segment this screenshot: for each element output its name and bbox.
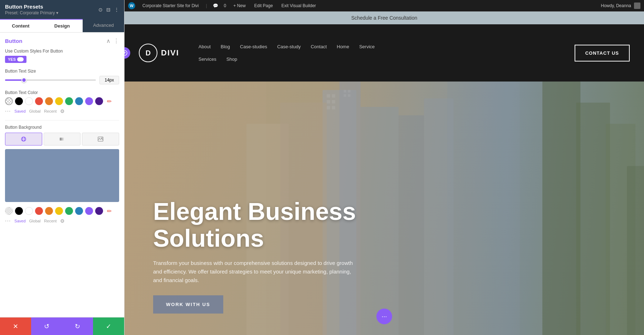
comment-icon: 💬 [213,3,218,8]
site-logo[interactable]: D DIVI [139,44,179,62]
color-pencil-icon[interactable]: ✏ [105,97,113,105]
bg-global-label[interactable]: Global [29,219,41,223]
nav-home[interactable]: Home [332,41,354,52]
bg-color-swatch-yellow[interactable] [55,207,63,215]
color-swatch-blue[interactable] [75,97,83,105]
saved-label[interactable]: Saved [14,109,25,113]
tab-design[interactable]: Design [42,19,83,32]
bg-pencil-icon[interactable]: ✏ [105,207,113,215]
toggle-label: YES [8,57,16,61]
fab-dots-button[interactable]: ··· [376,309,392,324]
gear-icon[interactable]: ⚙ [60,108,65,114]
more-icon[interactable]: ⋮ [114,7,119,13]
comment-count[interactable]: 0 [224,3,226,8]
bg-gradient-btn[interactable] [44,133,81,146]
nav-services[interactable]: Services [194,54,221,65]
color-swatch-green[interactable] [65,97,73,105]
bg-image-btn[interactable] [82,133,119,146]
bg-color-swatch-transparent[interactable] [5,207,13,215]
divi-float-button[interactable] [125,47,130,59]
howdy-section: Howdy, Deanna [601,3,641,9]
bg-color-swatch-purple[interactable] [85,207,93,215]
nav-service[interactable]: Service [354,41,380,52]
hero-title: Elegant Business Solutions [153,198,404,252]
bg-color-palette: ✏ [5,207,119,215]
new-button[interactable]: + New [232,3,247,8]
svg-rect-23 [332,106,335,109]
svg-rect-20 [327,100,330,103]
color-swatch-yellow[interactable] [55,97,63,105]
color-meta-row: ··· Saved Global Recent ⚙ [5,108,119,114]
focus-icon[interactable]: ⊙ [98,7,103,13]
toggle-button[interactable]: YES [5,56,26,63]
nav-contact[interactable]: Contact [306,41,332,52]
user-avatar[interactable] [634,3,640,9]
nav-case-studies[interactable]: Case-studies [235,41,272,52]
global-label[interactable]: Global [29,109,41,113]
text-color-label: Button Text Color [5,90,119,95]
edit-page-link[interactable]: Edit Page [253,3,274,8]
color-swatch-orange[interactable] [45,97,53,105]
announcement-bar: Schedule a Free Consultation [125,11,644,24]
dots-icon: ··· [381,313,387,320]
cancel-button[interactable]: ✕ [0,317,31,335]
exit-builder-link[interactable]: Exit Visual Builder [280,3,318,8]
tab-content[interactable]: Content [0,19,42,32]
svg-rect-25 [348,90,350,93]
color-swatch-transparent[interactable] [5,97,13,105]
color-swatch-purple[interactable] [85,97,93,105]
left-panel: Button Presets Preset: Corporate Primary… [0,0,125,335]
nav-links-wrapper: About Blog Case-studies Case-study Conta… [194,41,575,65]
bg-gear-icon[interactable]: ⚙ [60,218,65,224]
wp-logo[interactable]: W [128,2,135,9]
bg-saved-label[interactable]: Saved [14,219,25,223]
slider-fill [5,79,23,81]
bg-color-swatch-orange[interactable] [45,207,53,215]
bg-color-swatch-green[interactable] [65,207,73,215]
svg-rect-24 [344,90,346,93]
slider-track[interactable] [5,79,96,81]
nav-blog[interactable]: Blog [216,41,235,52]
site-name[interactable]: Corporate Starter Site for Divi [141,3,200,8]
bg-color-swatch-blue[interactable] [75,207,83,215]
bg-color-dots[interactable]: ··· [5,218,11,224]
bg-color-swatch-darkpurple[interactable] [95,207,103,215]
tab-advanced[interactable]: Advanced [83,19,124,32]
bg-recent-label[interactable]: Recent [44,219,57,223]
nav-about[interactable]: About [194,41,216,52]
contact-us-button[interactable]: CONTACT US [575,45,630,61]
columns-icon[interactable]: ⊟ [106,7,111,13]
bg-type-row [5,133,119,146]
color-dots[interactable]: ··· [5,108,11,114]
bg-color-meta-row: ··· Saved Global Recent ⚙ [5,218,119,224]
svg-rect-1 [60,138,65,141]
bg-color-btn[interactable] [5,133,42,146]
undo-button[interactable]: ↺ [31,317,62,335]
hero-section: Elegant Business Solutions Transform you… [125,82,644,335]
save-button[interactable]: ✓ [93,317,124,335]
redo-button[interactable]: ↻ [62,317,93,335]
logo-icon: D [146,49,151,57]
bg-color-swatch-black[interactable] [15,207,23,215]
slider-value[interactable]: 14px [99,76,119,84]
color-swatch-red[interactable] [35,97,43,105]
site-content: Schedule a Free Consultation D DIVI Abou… [125,11,644,335]
color-swatch-white[interactable] [25,97,33,105]
slider-thumb[interactable] [21,78,26,83]
text-color-palette: ✏ [5,97,119,105]
text-size-label: Button Text Size [5,69,119,74]
nav-shop[interactable]: Shop [221,54,242,65]
nav-case-study[interactable]: Case-study [272,41,306,52]
color-swatch-black[interactable] [15,97,23,105]
panel-header-icons: ⊙ ⊟ ⋮ [98,7,119,13]
section-more-icon[interactable]: ⋮ [113,38,119,44]
bg-color-swatch-white[interactable] [25,207,33,215]
hero-cta-button[interactable]: WORK WITH US [153,295,223,314]
recent-label[interactable]: Recent [44,109,57,113]
color-swatch-darkpurple[interactable] [95,97,103,105]
collapse-icon[interactable]: ∧ [106,38,111,44]
svg-rect-21 [332,100,335,103]
bg-color-swatch-red[interactable] [35,207,43,215]
svg-rect-18 [327,94,330,97]
howdy-text: Howdy, Deanna [601,3,631,8]
